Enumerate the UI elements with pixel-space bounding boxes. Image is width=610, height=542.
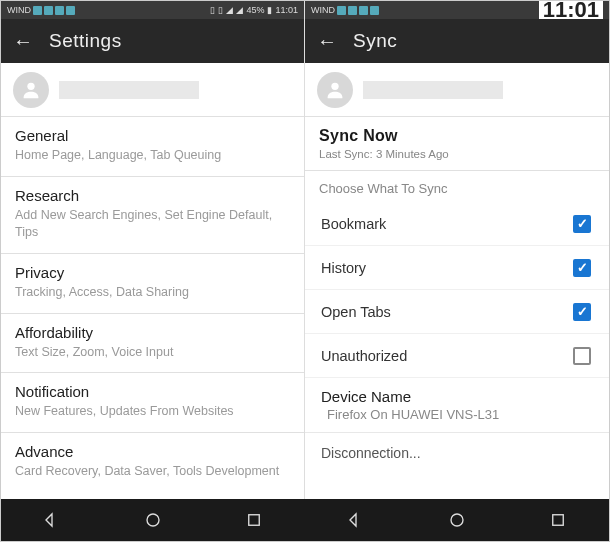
checkbox[interactable] (573, 215, 591, 233)
status-icon (33, 6, 42, 15)
sync-item-unauthorized[interactable]: Unauthorized (305, 334, 609, 378)
section-title: Advance (15, 443, 290, 460)
status-icon (55, 6, 64, 15)
account-row[interactable] (1, 63, 304, 117)
section-subtitle: Add New Search Engines, Set Engine Defau… (15, 207, 290, 241)
status-icon (66, 6, 75, 15)
svg-point-0 (27, 82, 34, 89)
sync-item-history[interactable]: History (305, 246, 609, 290)
avatar-icon (13, 72, 49, 108)
section-title: Research (15, 187, 290, 204)
back-arrow-icon[interactable]: ← (317, 30, 337, 53)
section-affordability[interactable]: Affordability Text Size, Zoom, Voice Inp… (1, 314, 304, 374)
nav-back-button[interactable] (43, 511, 61, 529)
status-icon (359, 6, 368, 15)
sync-item-label: History (321, 260, 366, 276)
nav-home-button[interactable] (448, 511, 466, 529)
nav-back-button[interactable] (347, 511, 365, 529)
section-title: Notification (15, 383, 290, 400)
device-name-value: Firefox On HUAWEI VNS-L31 (321, 407, 593, 422)
sync-item-bookmark[interactable]: Bookmark (305, 202, 609, 246)
svg-rect-3 (249, 515, 260, 526)
sync-item-label: Unauthorized (321, 348, 407, 364)
carrier-label: WIND (7, 5, 31, 15)
section-research[interactable]: Research Add New Search Engines, Set Eng… (1, 177, 304, 254)
disconnection-item[interactable]: Disconnection... (305, 433, 609, 473)
section-title: Privacy (15, 264, 290, 281)
section-subtitle: Text Size, Zoom, Voice Input (15, 344, 290, 361)
sync-item-open-tabs[interactable]: Open Tabs (305, 290, 609, 334)
nav-home-button[interactable] (144, 511, 162, 529)
sync-item-label: Open Tabs (321, 304, 391, 320)
section-privacy[interactable]: Privacy Tracking, Access, Data Sharing (1, 254, 304, 314)
page-title: Settings (49, 30, 122, 52)
section-advance[interactable]: Advance Card Recovery, Data Saver, Tools… (1, 433, 304, 492)
battery-label: 45% (246, 5, 264, 15)
vibrate-icon: ▯ (218, 5, 223, 15)
back-arrow-icon[interactable]: ← (13, 30, 33, 53)
nfc-icon: ▯ (210, 5, 215, 15)
device-name-label: Device Name (321, 388, 593, 405)
status-icon (370, 6, 379, 15)
nav-recent-button[interactable] (245, 511, 263, 529)
sync-item-label: Bookmark (321, 216, 386, 232)
svg-rect-5 (553, 515, 564, 526)
choose-what-to-sync-label: Choose What To Sync (305, 171, 609, 202)
status-icon (348, 6, 357, 15)
wifi-icon: ◢ (226, 5, 233, 15)
svg-point-2 (147, 514, 159, 526)
status-bar-right: WIND 11:01 (305, 1, 609, 19)
last-sync-label: Last Sync: 3 Minutes Ago (319, 148, 595, 160)
clock-label: 11:01 (275, 5, 298, 15)
nav-recent-button[interactable] (549, 511, 567, 529)
signal-icon: ◢ (236, 5, 243, 15)
section-general[interactable]: General Home Page, Language, Tab Queuing (1, 117, 304, 177)
status-bar-left: WIND ▯ ▯ ◢ ◢ 45% ▮ 11:01 (1, 1, 304, 19)
svg-point-4 (451, 514, 463, 526)
section-title: General (15, 127, 290, 144)
section-subtitle: Card Recovery, Data Saver, Tools Develop… (15, 463, 290, 480)
status-icon (44, 6, 53, 15)
sync-now-section[interactable]: Sync Now Last Sync: 3 Minutes Ago (305, 117, 609, 171)
avatar-icon (317, 72, 353, 108)
settings-pane: WIND ▯ ▯ ◢ ◢ 45% ▮ 11:01 ← Settings (1, 1, 305, 499)
battery-icon: ▮ (267, 5, 272, 15)
checkbox[interactable] (573, 347, 591, 365)
sync-now-label: Sync Now (319, 127, 595, 145)
status-icon (337, 6, 346, 15)
device-name-section[interactable]: Device Name Firefox On HUAWEI VNS-L31 (305, 378, 609, 433)
nav-bar (1, 499, 609, 541)
carrier-label: WIND (311, 5, 335, 15)
sync-header: ← Sync (305, 19, 609, 63)
checkbox[interactable] (573, 303, 591, 321)
svg-point-1 (331, 82, 338, 89)
account-row[interactable] (305, 63, 609, 117)
page-title: Sync (353, 30, 397, 52)
checkbox[interactable] (573, 259, 591, 277)
section-notification[interactable]: Notification New Features, Updates From … (1, 373, 304, 433)
settings-header: ← Settings (1, 19, 304, 63)
account-name-placeholder (363, 81, 503, 99)
section-subtitle: Home Page, Language, Tab Queuing (15, 147, 290, 164)
section-subtitle: Tracking, Access, Data Sharing (15, 284, 290, 301)
section-title: Affordability (15, 324, 290, 341)
account-name-placeholder (59, 81, 199, 99)
section-subtitle: New Features, Updates From Websites (15, 403, 290, 420)
sync-pane: WIND 11:01 ← Sync Sync Now Last Sync: 3 … (305, 1, 609, 499)
